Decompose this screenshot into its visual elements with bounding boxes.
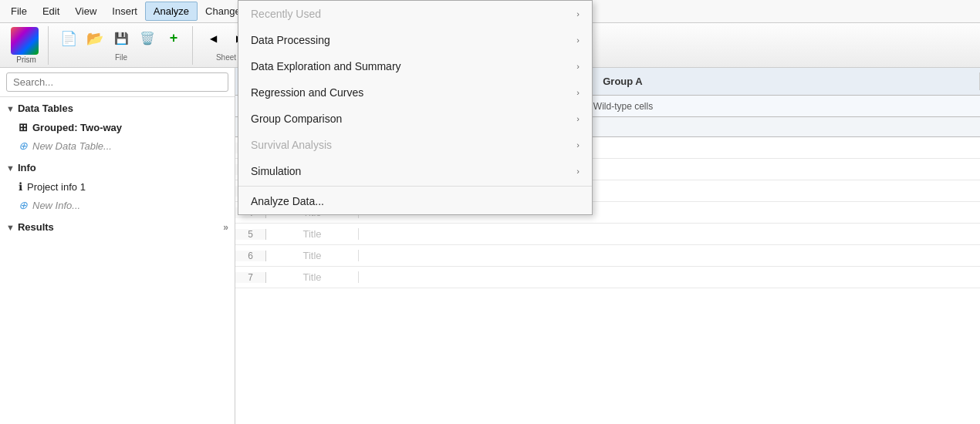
sheet-section-label: Sheet	[216, 53, 236, 62]
dropdown-item-data-processing[interactable]: Data Processing ›	[238, 27, 592, 53]
group-comparison-label: Group Comparison	[251, 113, 342, 125]
project-info-label: Project info 1	[27, 181, 86, 193]
table-row[interactable]: 5 Title	[235, 224, 980, 245]
simulation-arrow: ›	[576, 167, 580, 176]
prev-sheet-button[interactable]: ◀	[201, 26, 225, 51]
dropdown-item-recently-used[interactable]: Recently Used ›	[238, 1, 592, 27]
cell-7-1[interactable]: Title	[266, 271, 359, 283]
sidebar-section-info: ▼ Info ℹ Project info 1 ⊕ New Info...	[0, 156, 235, 216]
open-file-button[interactable]: 📂	[83, 26, 107, 51]
data-processing-arrow: ›	[576, 35, 580, 45]
regression-label: Regression and Curves	[251, 86, 363, 99]
data-tables-chevron: ▼	[6, 104, 15, 113]
file-section-label: File	[115, 53, 127, 62]
sidebar-item-new-data-table[interactable]: ⊕ New Data Table...	[0, 136, 235, 155]
info-label: Info	[18, 162, 36, 173]
recently-used-label: Recently Used	[251, 8, 321, 20]
search-box	[0, 68, 235, 97]
results-label: Results	[18, 221, 54, 233]
dropdown-item-simulation[interactable]: Simulation ›	[238, 158, 592, 184]
analyze-dropdown-menu: Recently Used › Data Processing › Data E…	[238, 0, 593, 215]
data-tables-label: Data Tables	[18, 103, 73, 114]
dropdown-item-analyze-data[interactable]: Analyze Data...	[238, 188, 592, 214]
table-row[interactable]: 7 Title	[235, 267, 980, 288]
menu-analyze[interactable]: Analyze	[145, 2, 198, 21]
info-icon: ℹ	[19, 180, 22, 193]
results-more-icon: »	[223, 222, 228, 233]
survival-analysis-arrow: ›	[576, 140, 580, 150]
add-button[interactable]: +	[161, 26, 186, 51]
menu-insert[interactable]: Insert	[104, 2, 145, 20]
dropdown-item-regression[interactable]: Regression and Curves ›	[238, 79, 592, 106]
results-chevron: ▼	[6, 223, 15, 232]
dropdown-item-group-comparison[interactable]: Group Comparison ›	[238, 106, 592, 132]
row-num-7: 7	[235, 272, 266, 283]
info-chevron: ▼	[6, 163, 15, 173]
new-table-icon: ⊕	[19, 140, 28, 152]
sidebar-item-project-info[interactable]: ℹ Project info 1	[0, 177, 235, 196]
simulation-label: Simulation	[251, 165, 301, 177]
prism-logo	[11, 27, 39, 55]
info-header[interactable]: ▼ Info	[0, 158, 235, 177]
grouped-twoway-label: Grouped: Two-way	[32, 122, 122, 133]
menu-file[interactable]: File	[3, 2, 35, 20]
sidebar-item-grouped-twoway[interactable]: ⊞ Grouped: Two-way	[0, 118, 235, 136]
sidebar-section-results: ▼ Results »	[0, 216, 235, 238]
file-buttons-row: 📄 📂 💾 🗑️ +	[56, 26, 186, 51]
table-row[interactable]: 6 Title	[235, 245, 980, 267]
dropdown-item-data-exploration[interactable]: Data Exploration and Summary ›	[238, 53, 592, 79]
new-info-label: New Info...	[32, 200, 80, 211]
data-exploration-arrow: ›	[576, 62, 580, 71]
regression-arrow: ›	[576, 88, 580, 97]
sidebar: ▼ Data Tables ⊞ Grouped: Two-way ⊕ New D…	[0, 68, 235, 424]
data-processing-label: Data Processing	[251, 34, 330, 46]
dropdown-separator	[238, 186, 592, 187]
data-tables-header[interactable]: ▼ Data Tables	[0, 99, 235, 118]
new-data-table-label: New Data Table...	[32, 140, 112, 152]
new-file-button[interactable]: 📄	[56, 26, 81, 51]
menu-view[interactable]: View	[67, 2, 104, 20]
table-icon: ⊞	[19, 121, 28, 133]
sidebar-section-data-tables: ▼ Data Tables ⊞ Grouped: Two-way ⊕ New D…	[0, 97, 235, 156]
dropdown-item-survival-analysis[interactable]: Survival Analysis ›	[238, 132, 592, 158]
toolbar-section-prism: Prism	[5, 26, 49, 65]
cell-6-1[interactable]: Title	[266, 250, 359, 261]
prism-label: Prism	[16, 56, 36, 64]
analyze-data-label: Analyze Data...	[251, 195, 324, 207]
results-header[interactable]: ▼ Results »	[0, 217, 235, 237]
group-comparison-arrow: ›	[576, 114, 580, 123]
cell-5-1[interactable]: Title	[266, 228, 359, 240]
search-input[interactable]	[6, 72, 228, 92]
save-file-button[interactable]: 💾	[109, 26, 133, 51]
menu-edit[interactable]: Edit	[35, 2, 67, 20]
survival-analysis-label: Survival Analysis	[251, 139, 332, 151]
data-exploration-label: Data Exploration and Summary	[251, 60, 401, 72]
sidebar-item-new-info[interactable]: ⊕ New Info...	[0, 196, 235, 214]
delete-button[interactable]: 🗑️	[135, 26, 160, 51]
row-num-6: 6	[235, 251, 266, 261]
toolbar-section-file: 📄 📂 💾 🗑️ + File	[50, 26, 193, 65]
new-info-icon: ⊕	[19, 199, 28, 211]
recently-used-arrow: ›	[576, 9, 580, 19]
row-num-5: 5	[235, 229, 266, 240]
